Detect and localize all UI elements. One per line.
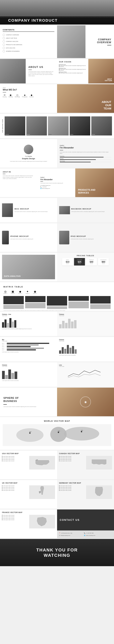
germany-map-img [86,485,112,499]
france-content: Lorem ipsum dolor sit amet Lorem ipsum d… [2,515,55,528]
france-stats: Lorem ipsum dolor sit amet Lorem ipsum d… [2,515,28,528]
graphic-design-section: I'm Matlda Graphic Design Lorem ipsum do… [0,139,57,168]
col2-title: Column [59,339,112,340]
col2-desc: Lorem ipsum dolor sit amet consectetur. [59,355,112,356]
data-analysis-bg: DATA ANALYSIS [2,255,55,279]
sphere-desc: Lorem ipsum dolor sit amet consectetur a… [3,406,54,408]
world-map-title: WORLD VECTOR MAP [3,420,111,422]
ipad-desc: Lorem ipsum dolor sit amet, consectetur … [71,238,94,240]
alexander-divider [60,150,63,150]
usa-content: Lorem ipsum dolor sit amet Lorem ipsum d… [2,456,55,470]
webdesign-label: Web Design [15,96,20,97]
icon-photo: ◈ Photography [22,94,27,97]
slide-bar-col: Bar Chart slide Item 1 Item 2 Item 3 Ite… [0,337,114,362]
line-title: Line [59,364,112,366]
what-we-do-sub: What [3,87,54,88]
slide-uk-germany: UK VECTOR MAP Lorem ipsum dolor sit amet… [0,480,114,509]
contents-item-4: PRODUCTS AND SERVICES [3,44,54,46]
france-stat-4: Lorem ipsum dolor sit amet [2,519,28,520]
bar-desc: Lorem ipsum dolor sit amet consectetur. [2,352,55,352]
plan-3-price: $40 [87,261,96,263]
plan-4-period: /Month [99,263,108,264]
phone-info: 📞 +1 234 567 [40,186,73,188]
bullet-3 [3,40,5,42]
email-icon: ✉ [59,535,60,536]
contents-item-6: SPHERE OF BUSINESS [3,50,54,52]
pricing-card-4: ENTERPRISE $60 /Month [98,258,109,266]
team-name-2: Member [27,134,30,135]
branding-label: Branding [3,96,6,97]
slide-intro: COMPANY INTRODUCT [0,0,114,24]
team-name-4: Member [70,134,73,135]
team-photo-2: Member [26,116,47,136]
alexander-desc: Lorem ipsum dolor sit amet, consectetur … [60,152,112,154]
usa-map-title: USA VECTOR MAP [2,453,55,454]
sphere-circle: ◉ [80,396,91,408]
vision-title: OUR VISION [59,61,86,63]
about-me-title: ABOUT ME [3,171,35,173]
usa-stat-4: Lorem ipsum dolor sit amet [2,460,28,461]
matrix-bar-2-dark [25,296,45,302]
col3-subtitle: Chart slide [2,366,55,367]
slide-world-map: WORLD VECTOR MAP 45% 30% 25% [0,417,114,450]
matrix-bar-2-light [25,303,45,308]
column-chart-section: Column Chart slide [57,312,114,336]
contact-info-area: 📍 123 Business Ave, City 📞 +1 234 567 89… [57,530,114,538]
matrix-icon-2: ▣Category 2 [11,290,15,294]
web-info: 🌐 www.company.com [40,188,73,189]
iphone-text: IPHONE MOCKUP Lorem ipsum dolor sit amet… [10,235,33,240]
usa-map-img [29,456,55,470]
germany-stat-3: Lorem ipsum dolor sit amet [59,488,85,489]
uk-svg [37,485,48,499]
plan-1-period: /Month [63,263,72,264]
canada-map-img [86,456,112,470]
canada-stat-2: Lorem ipsum dolor sit amet [59,458,85,458]
column-chart-2-section: Column Chart slide Lorem ipsum dolor sit… [57,337,114,362]
bar-row-3: Item 3 [2,346,55,347]
location-icon: 📍 [59,532,60,534]
skill-fill-1 [60,157,104,158]
svg-point-0 [16,428,43,442]
sphere-text-section: SPHERE OF BUSINESS Lorem ipsum dolor sit… [0,388,57,416]
our-vision-section: OUR VISION Element One Lorem ipsum dolor… [57,59,114,84]
contents-item-5: DATA ANALYSIS [3,47,54,49]
pricing-card-3: PREMIUM $40 /Month [86,258,97,266]
uk-stat-3: Lorem ipsum dolor sit amet [2,488,28,489]
cc-bar-5 [71,322,74,328]
intro-title: COMPANY INTRODUCT [8,18,58,23]
icons-row: ✏ Branding ◉ Marketing ◻ Web Design ◈ Ph… [3,94,54,97]
matrix-icon-1: ◎Category 1 [3,290,7,294]
canada-content: Lorem ipsum dolor sit amet Lorem ipsum d… [59,456,112,470]
col-line-title: Column - Line [2,314,55,315]
hello-greeting: Hello! [60,144,112,146]
plan-2-period: /Month [75,263,84,264]
products-title: PRODUCTS AND SERVICES [78,189,95,194]
svg-text:30%: 30% [58,430,60,432]
webdesign-symbol: ◻ [15,94,20,96]
germany-content: Lorem ipsum dolor sit amet Lorem ipsum d… [59,485,112,499]
slide-about-us: ABOUT US Lorem ipsum dolor sit amet, con… [0,59,114,84]
bar-chart-visual: Item 1 Item 2 Item 3 Item 4 Item 5 [2,343,55,350]
about-us-desc: Lorem ipsum dolor sit amet, consectetur … [28,71,54,77]
team-name-1: Alexander [5,134,9,135]
matlda-photo [24,144,33,154]
matrix-bar-1-light [3,305,24,309]
contents-item-3: COMPANY ANALYSIS [3,40,54,42]
world-map-svg: 45% 30% 25% [9,426,105,444]
canada-stat-3: Lorem ipsum dolor sit amet [59,459,85,460]
overview-image [57,25,86,58]
line-chart-section: Line Chart slide [57,362,114,387]
ipad-mockup-section: IPAD MOCKUP Lorem ipsum dolor sit amet, … [57,223,114,252]
uk-map-title: UK VECTOR MAP [2,482,55,484]
marketing-symbol: ◉ [8,94,13,96]
bullet-1 [3,34,5,36]
iphone-mockup-section: IPHONE MOCKUP Lorem ipsum dolor sit amet… [0,223,57,252]
bar-label-2: Item 2 [2,344,6,345]
uk-stat-2: Lorem ipsum dolor sit amet [2,487,28,488]
col-chart-3-section: Column Chart slide Lorem ipsum dolor sit… [0,362,57,387]
uk-map-section: UK VECTOR MAP Lorem ipsum dolor sit amet… [0,480,57,509]
contents-item-2: ABOUT OUR TEAM [3,37,54,39]
slide-our-amazing-team: OUR AMAZING TEAM Alexander Member Member… [0,114,114,138]
bar-fill-2 [7,344,39,346]
skill-bg-1 [60,157,112,158]
